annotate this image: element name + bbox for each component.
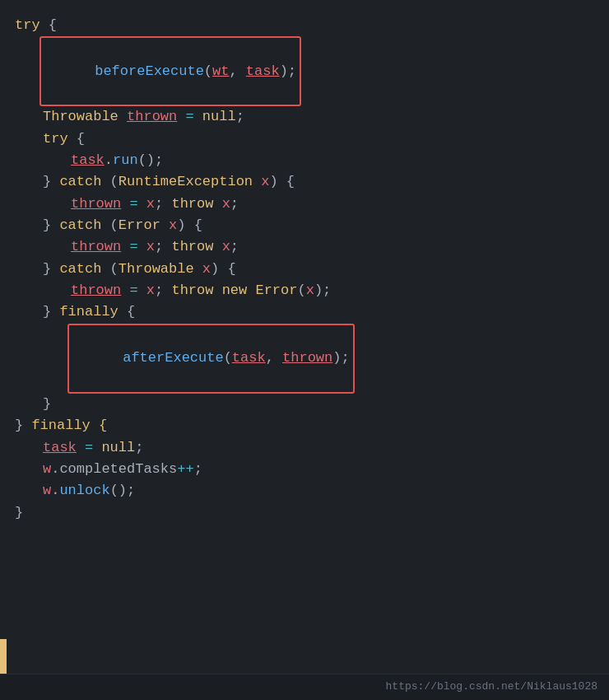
- line-10: } catch (Throwable x) {: [15, 259, 594, 280]
- line-15: } finally {: [15, 415, 594, 436]
- left-indicator: [0, 639, 7, 674]
- line-1: try {: [15, 15, 594, 36]
- line-3: Throwable thrown = null;: [15, 106, 594, 128]
- line-5: task.run();: [15, 150, 594, 171]
- line-7: thrown = x; throw x;: [15, 194, 594, 215]
- line-18: w.unlock();: [15, 480, 594, 502]
- line-11: thrown = x; throw new Error(x);: [15, 280, 594, 301]
- line-8: } catch (Error x) {: [15, 215, 594, 236]
- line-2: beforeExecute(wt, task);: [15, 36, 594, 106]
- line-19: }: [15, 502, 594, 524]
- line-14: }: [15, 394, 594, 415]
- line-9: thrown = x; throw x;: [15, 236, 594, 258]
- line-12: } finally {: [15, 301, 594, 323]
- line-6: } catch (RuntimeException x) {: [15, 171, 594, 193]
- highlight-after-execute: afterExecute(task, thrown);: [67, 324, 355, 394]
- line-16: task = null;: [15, 437, 594, 459]
- highlight-before-execute: beforeExecute(wt, task);: [40, 36, 301, 106]
- footer-url: https://blog.csdn.net/Niklaus1028: [386, 679, 597, 695]
- code-block: try { beforeExecute(wt, task); Throwable…: [0, 0, 609, 532]
- line-4: try {: [15, 128, 594, 150]
- line-17: w.completedTasks++;: [15, 459, 594, 480]
- footer-bar: https://blog.csdn.net/Niklaus1028: [0, 674, 609, 700]
- line-13: afterExecute(task, thrown);: [15, 324, 594, 394]
